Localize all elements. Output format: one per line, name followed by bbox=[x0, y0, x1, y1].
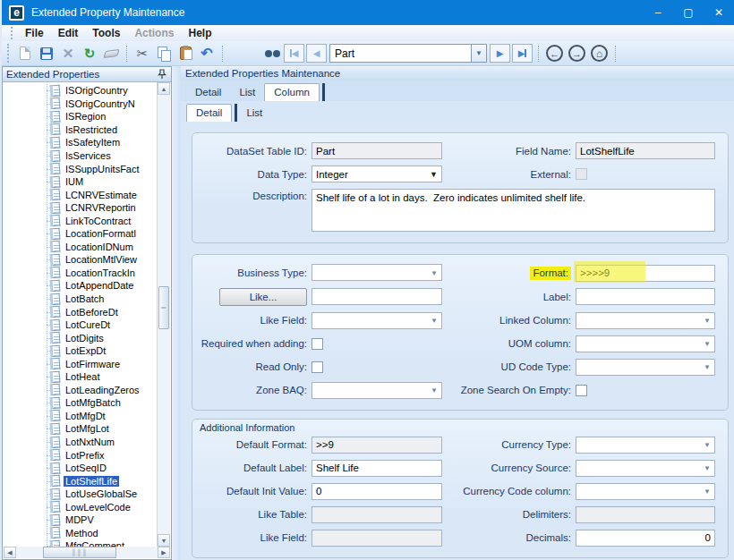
last-record-button[interactable]: ▶ bbox=[512, 44, 533, 63]
dataset-table-id-field[interactable] bbox=[312, 142, 442, 159]
field-name-field[interactable] bbox=[576, 142, 715, 159]
delete-button[interactable]: ✕ bbox=[58, 44, 78, 64]
menu-tools[interactable]: Tools bbox=[85, 25, 127, 41]
menubar-grip-handle[interactable] bbox=[11, 27, 13, 39]
like-button[interactable]: Like... bbox=[219, 288, 307, 306]
record-id-combo[interactable]: ▼ bbox=[329, 44, 487, 63]
tree-horizontal-scrollbar[interactable]: ◀ ║║║ ▶ bbox=[4, 547, 170, 558]
combo-dropdown-arrow-icon[interactable]: ▼ bbox=[471, 44, 487, 63]
panel-splitter[interactable] bbox=[172, 66, 181, 560]
record-id-input[interactable] bbox=[329, 44, 471, 63]
tree-item[interactable]: LCNRVEstimate bbox=[4, 188, 157, 201]
tree-vertical-scrollbar[interactable]: ▲ ▼ bbox=[157, 82, 170, 547]
refresh-button[interactable]: ↻ bbox=[80, 44, 99, 64]
required-when-adding-checkbox[interactable] bbox=[312, 338, 323, 350]
tree-item[interactable]: LotBatch bbox=[4, 293, 157, 306]
close-button[interactable]: ✕ bbox=[704, 0, 734, 25]
vertical-scroll-thumb[interactable] bbox=[158, 286, 169, 329]
pin-icon[interactable] bbox=[157, 69, 167, 81]
tab-column-list[interactable]: List bbox=[237, 105, 271, 122]
copy-button[interactable] bbox=[154, 44, 174, 64]
tree-item[interactable]: LotLeadingZeros bbox=[4, 384, 157, 397]
tree-item[interactable]: LotPrefix bbox=[4, 448, 157, 462]
like-field-select[interactable]: ▼ bbox=[312, 312, 442, 329]
next-record-button[interactable]: ▶ bbox=[490, 44, 510, 63]
tree-item[interactable]: IsSafetyItem bbox=[4, 136, 157, 149]
tree-item[interactable]: LotMfgLot bbox=[4, 422, 157, 436]
tree-item[interactable]: LotDigits bbox=[4, 331, 157, 344]
data-type-select[interactable]: Integer▼ bbox=[312, 165, 442, 182]
zone-search-on-empty-checkbox[interactable] bbox=[576, 385, 587, 396]
tree-item[interactable]: LocationIDNum bbox=[4, 241, 157, 254]
tab-column-detail[interactable]: Detail bbox=[186, 104, 232, 122]
label-field[interactable] bbox=[576, 288, 715, 305]
tree-item[interactable]: LotMfgBatch bbox=[4, 396, 157, 410]
zone-baq-select[interactable]: ▼ bbox=[312, 382, 442, 399]
menu-file[interactable]: File bbox=[18, 25, 51, 41]
currency-source-select[interactable]: ▼ bbox=[576, 460, 715, 477]
tree-item[interactable]: LotUseGlobalSe bbox=[4, 488, 157, 501]
tree-item[interactable]: ISSuppUnitsFact bbox=[4, 162, 157, 175]
tree-item[interactable]: IsRestricted bbox=[4, 123, 157, 137]
tree-item[interactable]: IUM bbox=[4, 175, 157, 189]
first-record-button[interactable]: ◀ bbox=[284, 44, 304, 63]
previous-record-button[interactable]: ◀ bbox=[306, 44, 327, 63]
tree-item[interactable]: LotFirmware bbox=[4, 357, 157, 370]
undo-button[interactable]: ↶ bbox=[197, 44, 217, 64]
uom-column-select[interactable]: ▼ bbox=[576, 335, 715, 352]
scroll-right-icon[interactable]: ▶ bbox=[158, 547, 170, 558]
horizontal-scroll-thumb[interactable]: ║║║ bbox=[43, 547, 116, 558]
tree-item[interactable]: LowLevelCode bbox=[4, 501, 157, 514]
scroll-up-icon[interactable]: ▲ bbox=[158, 82, 170, 95]
tree-item[interactable]: ISOrigCountry bbox=[4, 84, 157, 98]
like-value-field[interactable] bbox=[312, 288, 442, 305]
cut-button[interactable]: ✂ bbox=[132, 44, 152, 64]
home-button[interactable]: ⌂ bbox=[591, 45, 608, 62]
tree-item[interactable]: LotExpDt bbox=[4, 344, 157, 358]
minimize-button[interactable]: – bbox=[643, 0, 673, 25]
tree-item[interactable]: LocationFormatl bbox=[4, 227, 157, 241]
save-button[interactable] bbox=[37, 44, 56, 64]
tree-item[interactable]: ISOrigCountryN bbox=[4, 98, 157, 111]
description-field[interactable]: Shelf life of a lot in days. Zero indica… bbox=[312, 189, 715, 232]
read-only-checkbox[interactable] bbox=[312, 361, 323, 373]
tab-list[interactable]: List bbox=[230, 84, 264, 101]
tab-column[interactable]: Column bbox=[264, 83, 320, 101]
tree-item[interactable]: LocationTrackIn bbox=[4, 267, 157, 280]
back-button[interactable]: ← bbox=[546, 45, 563, 62]
tree-item[interactable]: LotNxtNum bbox=[4, 436, 157, 449]
business-type-select[interactable]: ▼ bbox=[312, 264, 442, 281]
tree-item[interactable]: LCNRVReportin bbox=[4, 201, 157, 215]
tree-item[interactable]: MDPV bbox=[4, 513, 157, 527]
default-label-field[interactable] bbox=[312, 460, 442, 477]
decimals-field[interactable] bbox=[576, 530, 715, 547]
tree-item[interactable]: LotCureDt bbox=[4, 318, 157, 332]
tree-item[interactable]: IsServices bbox=[4, 149, 157, 163]
tree-item[interactable]: LotBeforeDt bbox=[4, 305, 157, 318]
tree-item[interactable]: ISRegion bbox=[4, 110, 157, 123]
tree-item[interactable]: LinkToContract bbox=[4, 214, 157, 227]
forward-button[interactable]: → bbox=[568, 45, 585, 62]
menu-help[interactable]: Help bbox=[181, 25, 218, 41]
tree-item[interactable]: Method bbox=[4, 527, 157, 540]
toolbar-grip-handle[interactable] bbox=[7, 44, 10, 64]
scroll-left-icon[interactable]: ◀ bbox=[4, 547, 16, 558]
like-table-field[interactable] bbox=[312, 506, 442, 523]
scroll-down-icon[interactable]: ▼ bbox=[158, 534, 170, 547]
default-init-value-field[interactable] bbox=[312, 483, 442, 500]
clear-button[interactable] bbox=[101, 44, 121, 64]
search-button[interactable] bbox=[262, 44, 282, 64]
ud-code-type-select[interactable]: ▼ bbox=[576, 359, 715, 376]
delimiters-field[interactable] bbox=[576, 506, 715, 523]
like-field2-field[interactable] bbox=[312, 530, 442, 547]
tree-item[interactable]: LotHeat bbox=[4, 370, 157, 384]
currency-type-select[interactable]: ▼ bbox=[576, 437, 715, 454]
tree-item[interactable]: LocationMtlView bbox=[4, 253, 157, 267]
tree-item[interactable]: LotShelfLife bbox=[4, 474, 157, 488]
tab-detail[interactable]: Detail bbox=[186, 84, 230, 101]
format-field[interactable] bbox=[576, 265, 715, 282]
maximize-button[interactable]: ▢ bbox=[673, 0, 704, 25]
tree-item[interactable]: LotMfgDt bbox=[4, 410, 157, 423]
default-format-field[interactable] bbox=[312, 437, 442, 454]
new-button[interactable] bbox=[15, 44, 35, 64]
